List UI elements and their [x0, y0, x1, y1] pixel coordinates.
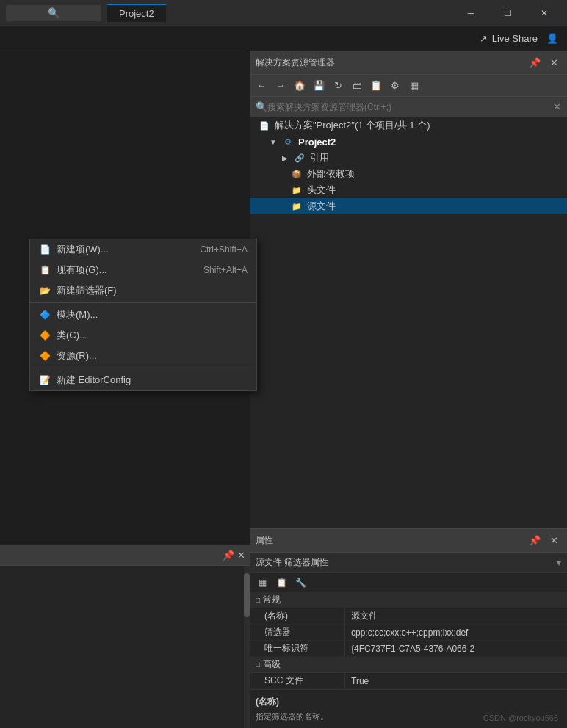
- references-label: 引用: [310, 151, 329, 164]
- ctx-resource[interactable]: 🔶 资源(R)...: [30, 346, 256, 366]
- solution-explorer-header: 解决方案资源管理器 📌 ✕: [250, 51, 567, 75]
- existing-item-icon: 📋: [39, 264, 51, 276]
- ctx-new-item[interactable]: 📄 新建项(W)... Ctrl+Shift+A: [30, 239, 256, 260]
- ctx-existing-item[interactable]: 📋 现有项(G)... Shift+Alt+A: [30, 260, 256, 280]
- tree-item-solution[interactable]: 📄 解决方案"Project2"(1 个项目/共 1 个): [250, 117, 567, 134]
- account-icon: 👤: [546, 33, 558, 44]
- toolbar-save-btn[interactable]: 💾: [310, 77, 328, 95]
- project-label: Project2: [298, 136, 336, 148]
- ctx-new-filter-label: 新建筛选器(F): [57, 284, 242, 297]
- solution-explorer-title: 解决方案资源管理器: [256, 57, 335, 69]
- ctx-editorconfig[interactable]: 📝 新建 EditorConfig: [30, 370, 256, 390]
- references-icon: 🔗: [294, 152, 306, 164]
- ctx-new-item-shortcut: Ctrl+Shift+A: [200, 244, 248, 255]
- section-advanced-label: 高级: [263, 658, 281, 671]
- tree-item-sources[interactable]: 📁 源文件: [250, 198, 567, 214]
- props-key-guid: 唯一标识符: [250, 641, 345, 656]
- props-dropdown-icon[interactable]: ▾: [557, 558, 561, 568]
- title-bar: 🔍 Project2 ─ ☐ ✕: [0, 0, 567, 26]
- section-collapse-icon[interactable]: □: [256, 596, 260, 604]
- tree-item-references[interactable]: ▶ 🔗 引用: [250, 150, 567, 166]
- properties-header-icons: 📌 ✕: [527, 534, 561, 548]
- close-panel-icon[interactable]: ✕: [546, 56, 561, 70]
- ctx-module-label: 模块(M)...: [57, 308, 242, 321]
- ctx-class-label: 类(C)...: [57, 329, 242, 342]
- props-key-scc: SCC 文件: [250, 673, 345, 688]
- props-section-advanced: □ 高级: [250, 657, 567, 673]
- properties-panel: 属性 📌 ✕ 源文件 筛选器属性 ▾ ▦ 📋 🔧 □ 常规: [250, 528, 567, 728]
- left-area: 📄 新建项(W)... Ctrl+Shift+A 📋 现有项(G)... Shi…: [0, 51, 250, 728]
- project-icon: ⚙: [282, 136, 294, 148]
- toolbar-new-view-btn[interactable]: 📋: [367, 77, 385, 95]
- props-close-icon[interactable]: ✕: [546, 534, 561, 548]
- right-panel: 解决方案资源管理器 📌 ✕ ← → 🏠 💾 ↻ 🗃 📋 ⚙ ▦ 🔍 ✕: [250, 51, 567, 728]
- solution-explorer-tree: 📄 解决方案"Project2"(1 个项目/共 1 个) ▼ ⚙ Projec…: [250, 117, 567, 528]
- props-key-filter: 筛选器: [250, 625, 345, 640]
- left-scrollbar-thumb: [244, 573, 250, 617]
- watermark: CSDN @rockyou666: [483, 713, 558, 722]
- pin-panel-icon[interactable]: 📌: [527, 56, 542, 70]
- props-section-general: □ 常规: [250, 592, 567, 608]
- solution-label: 解决方案"Project2"(1 个项目/共 1 个): [275, 119, 430, 132]
- ctx-class[interactable]: 🔶 类(C)...: [30, 325, 256, 346]
- left-bottom-header: 📌 ✕: [0, 545, 250, 566]
- toolbar-settings-btn[interactable]: ⚙: [386, 77, 404, 95]
- maximize-button[interactable]: ☐: [491, 0, 524, 26]
- left-bottom-panel: 📌 ✕: [0, 545, 250, 728]
- minimize-button[interactable]: ─: [454, 0, 488, 26]
- toolbar-refresh-btn[interactable]: ↻: [329, 77, 347, 95]
- section-advanced-collapse-icon[interactable]: □: [256, 660, 260, 669]
- live-share-icon: ↗: [480, 33, 488, 44]
- left-scrollbar[interactable]: [244, 566, 250, 728]
- tree-item-extdeps[interactable]: 📦 外部依赖项: [250, 166, 567, 182]
- ctx-new-filter[interactable]: 📂 新建筛选器(F): [30, 280, 256, 301]
- properties-title: 属性: [256, 534, 273, 547]
- references-arrow: ▶: [279, 152, 291, 164]
- module-icon: 🔷: [39, 309, 51, 321]
- props-footer-label: (名称): [256, 696, 561, 708]
- toolbar-forward-btn[interactable]: →: [272, 77, 289, 95]
- props-row-guid: 唯一标识符 {4FC737F1-C7A5-4376-A066-2: [250, 641, 567, 657]
- tree-item-project[interactable]: ▼ ⚙ Project2: [250, 134, 567, 150]
- toolbar-filter-btn[interactable]: ▦: [405, 77, 423, 95]
- properties-subheader: 源文件 筛选器属性 ▾: [250, 553, 567, 573]
- props-grid-btn[interactable]: ▦: [254, 575, 270, 591]
- live-share-bar: ↗ Live Share 👤: [0, 26, 567, 51]
- toolbar-collapse-btn[interactable]: 🗃: [348, 77, 366, 95]
- tree-item-headers[interactable]: 📁 头文件: [250, 182, 567, 198]
- ctx-new-item-label: 新建项(W)...: [57, 243, 194, 256]
- props-pin-icon[interactable]: 📌: [527, 534, 542, 548]
- search-clear-icon[interactable]: ✕: [553, 101, 561, 112]
- toolbar-home-btn[interactable]: 🏠: [291, 77, 308, 95]
- props-value-scc: True: [345, 673, 567, 688]
- props-value-guid: {4FC737F1-C7A5-4376-A066-2: [345, 641, 567, 656]
- ctx-resource-label: 资源(R)...: [57, 349, 242, 363]
- title-tab[interactable]: Project2: [107, 4, 166, 22]
- live-share-button[interactable]: ↗ Live Share: [480, 33, 538, 44]
- props-key-name: (名称): [250, 608, 345, 624]
- account-button[interactable]: 👤: [546, 33, 558, 44]
- close-button[interactable]: ✕: [527, 0, 561, 26]
- toolbar-back-btn[interactable]: ←: [253, 77, 270, 95]
- new-filter-icon: 📂: [39, 285, 51, 296]
- props-sort-btn[interactable]: 📋: [273, 575, 289, 591]
- title-search[interactable]: 🔍: [6, 5, 101, 21]
- section-general-label: 常规: [263, 594, 281, 606]
- ctx-module[interactable]: 🔷 模块(M)...: [30, 305, 256, 325]
- left-bottom-close-icon[interactable]: ✕: [237, 550, 245, 561]
- ctx-sep-1: [30, 302, 256, 303]
- class-icon: 🔶: [39, 330, 51, 341]
- solution-explorer-search: 🔍 ✕: [250, 97, 567, 117]
- ctx-existing-item-shortcut: Shift+Alt+A: [203, 265, 248, 275]
- props-value-filter: cpp;c;cc;cxx;c++;cppm;ixx;def: [345, 625, 567, 640]
- properties-toolbar: ▦ 📋 🔧: [250, 573, 567, 592]
- headers-label: 头文件: [307, 183, 336, 197]
- main-area: 📄 新建项(W)... Ctrl+Shift+A 📋 现有项(G)... Shi…: [0, 51, 567, 728]
- props-wrench-btn[interactable]: 🔧: [292, 575, 308, 591]
- panel-icon-group: 📌 ✕: [527, 56, 561, 70]
- solution-icon: 📄: [259, 120, 270, 131]
- pin-icon[interactable]: 📌: [223, 550, 234, 561]
- resource-icon: 🔶: [39, 350, 51, 362]
- headers-icon: 📁: [291, 184, 303, 196]
- search-input[interactable]: [267, 102, 553, 112]
